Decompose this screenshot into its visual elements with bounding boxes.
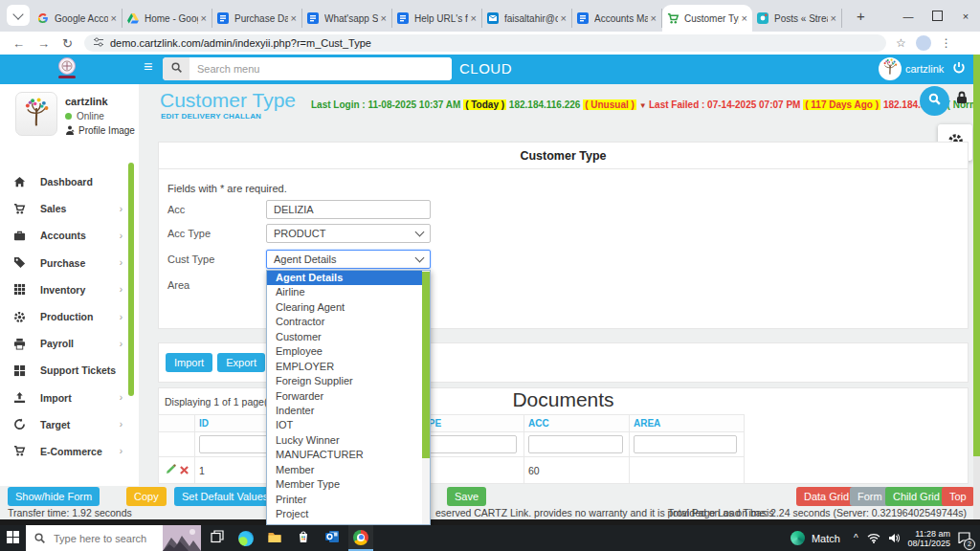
logout-power-icon[interactable] [952, 61, 966, 78]
ms-store-button[interactable] [291, 525, 316, 551]
search-icon[interactable] [163, 57, 189, 80]
tab-close-icon[interactable]: × [651, 12, 657, 24]
sidebar-item-purchase[interactable]: Purchase› [0, 250, 132, 276]
menu-search-input[interactable] [189, 57, 452, 80]
top-button[interactable]: Top [942, 487, 974, 506]
dropdown-option[interactable]: Indenter [267, 404, 430, 418]
sidebar-item-production[interactable]: Production› [0, 303, 132, 330]
import-button[interactable]: Import [166, 353, 212, 372]
hamburger-menu-icon[interactable]: ≡ [144, 58, 152, 76]
dropdown-option[interactable]: Lucky Winner [267, 433, 430, 448]
dropdown-option[interactable]: Employee [267, 344, 430, 359]
dropdown-option[interactable]: Clearing Agent [267, 300, 430, 315]
browser-profile-avatar[interactable] [916, 35, 931, 51]
tab-close-icon[interactable]: × [111, 12, 117, 24]
table-filter-input[interactable] [528, 435, 623, 453]
lock-icon[interactable] [955, 90, 969, 109]
dropdown-option[interactable]: Printer [267, 493, 430, 507]
dropdown-option[interactable]: Project [267, 507, 430, 521]
reload-icon[interactable]: ↻ [62, 36, 73, 51]
back-icon[interactable]: ← [12, 36, 25, 51]
tab-close-icon[interactable]: × [742, 12, 747, 24]
dropdown-option[interactable]: Member Type [267, 477, 430, 492]
export-button[interactable]: Export [217, 353, 265, 372]
task-view-button[interactable] [205, 525, 230, 551]
sidebar-item-accounts[interactable]: Accounts› [0, 222, 132, 249]
taskbar-search[interactable] [26, 525, 201, 551]
save-button[interactable]: Save [447, 487, 486, 506]
dropdown-option[interactable]: IOT [267, 418, 430, 432]
window-close-button[interactable]: × [951, 0, 980, 32]
action-center-button[interactable]: 2 [958, 530, 970, 547]
page-scrollbar[interactable] [973, 55, 980, 519]
volume-icon[interactable] [888, 533, 901, 543]
show-hide-form-button[interactable]: Show/hide Form [8, 487, 100, 506]
chrome-taskbar-button[interactable] [348, 525, 373, 551]
tab-close-icon[interactable]: × [291, 12, 297, 24]
set-default-values-button[interactable]: Set Default Values [174, 487, 276, 506]
sidebar-item-target[interactable]: Target› [0, 411, 132, 438]
dropdown-option[interactable]: Contractor [267, 315, 430, 329]
tab-close-icon[interactable]: × [381, 12, 387, 24]
browser-menu-icon[interactable]: ⋮ [941, 36, 952, 50]
edge-taskbar-button[interactable] [234, 525, 258, 551]
wifi-icon[interactable] [867, 533, 880, 543]
data-grid-button[interactable]: Data Grid [796, 487, 857, 506]
dropdown-option[interactable]: Member [267, 463, 430, 477]
browser-tab[interactable]: Google Accou× [33, 9, 122, 28]
tab-close-icon[interactable]: × [561, 12, 567, 24]
taskbar-search-input[interactable] [52, 532, 161, 545]
sidebar-item-sales[interactable]: Sales› [0, 195, 132, 222]
sidebar-item-payroll[interactable]: Payroll› [0, 330, 132, 357]
browser-tab[interactable]: Accounts Mast× [572, 9, 662, 28]
page-scrollbar-thumb[interactable] [973, 55, 980, 456]
taskbar-clock[interactable]: 11:28 am 08/11/2025 [908, 529, 950, 548]
window-maximize-button[interactable] [923, 0, 951, 32]
tab-close-icon[interactable]: × [471, 12, 477, 24]
sidebar-scrollbar-thumb[interactable] [128, 163, 134, 396]
tray-expand-icon[interactable]: ^ [854, 533, 858, 543]
form-button[interactable]: Form [850, 487, 890, 506]
dropdown-option[interactable]: EMPLOYER [267, 360, 430, 374]
sidebar-item-inventory[interactable]: Inventory› [0, 276, 132, 303]
profile-image-link[interactable]: Profile Image [65, 125, 135, 136]
window-minimize-button[interactable]: — [894, 0, 923, 32]
row-delete-icon[interactable] [180, 465, 189, 476]
dropdown-option[interactable]: Agent Details [267, 271, 430, 285]
acc-input[interactable] [266, 200, 431, 219]
sidebar-item-dashboard[interactable]: Dashboard [0, 168, 132, 195]
dropdown-option[interactable]: MANUFACTURER [267, 448, 430, 462]
dropdown-option[interactable]: Customer [267, 330, 430, 344]
row-edit-icon[interactable] [166, 464, 176, 476]
user-avatar[interactable] [879, 57, 902, 80]
table-filter-input[interactable] [634, 435, 737, 453]
start-button[interactable] [0, 525, 26, 551]
browser-tab[interactable]: Posts « Stream× [752, 9, 842, 28]
browser-tab[interactable]: Customer Type× [662, 5, 752, 32]
sidebar-item-import[interactable]: Import› [0, 385, 132, 411]
browser-tab[interactable]: Help URL's for× [392, 9, 482, 28]
tab-close-icon[interactable]: × [201, 12, 207, 24]
acc-type-select[interactable]: PRODUCT [266, 224, 431, 243]
dropdown-scrollbar-thumb[interactable] [422, 272, 430, 458]
table-header-cell[interactable]: AREA [630, 415, 745, 432]
global-search-button[interactable] [920, 86, 949, 116]
child-grid-button[interactable]: Child Grid [885, 487, 947, 506]
browser-tab[interactable]: faisaltahir@ca× [482, 9, 572, 28]
profile-image[interactable] [15, 92, 57, 136]
file-explorer-button[interactable] [262, 525, 287, 551]
tune-icon[interactable] [93, 34, 104, 52]
header-username[interactable]: cartzlink [905, 63, 944, 75]
browser-tab[interactable]: What'sapp Sal× [302, 9, 392, 28]
tab-search-button[interactable] [7, 5, 30, 26]
dropdown-option[interactable]: Foreign Supplier [267, 374, 430, 388]
copy-button[interactable]: Copy [126, 487, 167, 506]
url-input[interactable]: demo.cartzlink.com/admin/indexyii.php?r=… [84, 34, 886, 52]
browser-tab[interactable]: Home - Googl× [122, 9, 212, 28]
match-label[interactable]: Match [812, 533, 840, 544]
dropdown-scrollbar[interactable] [422, 271, 430, 524]
dropdown-option[interactable]: Forwarder [267, 389, 430, 404]
new-tab-button[interactable]: + [857, 8, 865, 24]
dropdown-option[interactable]: Airline [267, 285, 430, 299]
outlook-button[interactable] [320, 525, 345, 551]
